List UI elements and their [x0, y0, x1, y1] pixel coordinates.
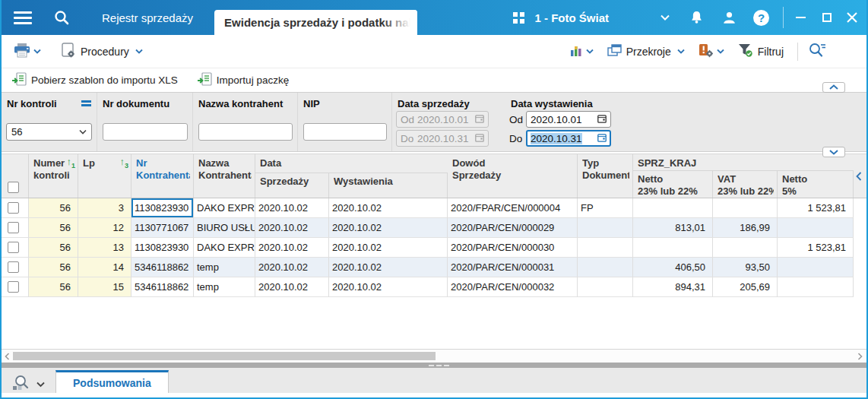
cell-dowod-sprzedazy[interactable]: 2020/FPAR/CEN/000004: [448, 198, 578, 218]
procedury-button[interactable]: Procedury: [61, 43, 143, 61]
nazwa-kontrahenta-input[interactable]: [198, 123, 293, 141]
column-header-sprz-kraj[interactable]: SPRZ_KRAJ: [633, 154, 854, 171]
column-header-numer-kontroli[interactable]: Numer kontroli ↑1: [29, 154, 78, 198]
column-header-nazwa-kontrahenta[interactable]: Nazwa Kontrahenta: [194, 154, 255, 198]
cell-numer-kontroli[interactable]: 56: [29, 218, 78, 238]
cell-vat-23[interactable]: 205,69: [713, 277, 778, 297]
row-checkbox[interactable]: [8, 242, 19, 253]
data-wystawienia-do-input[interactable]: 2020.10.31: [526, 130, 611, 147]
cell-nazwa-kontrahenta[interactable]: temp: [194, 277, 255, 297]
cell-numer-kontroli[interactable]: 56: [29, 198, 78, 218]
column-header-vat-23[interactable]: VAT 23% lub 22%: [713, 171, 778, 198]
calendar-icon[interactable]: [597, 114, 607, 125]
column-header-netto-23[interactable]: Netto 23% lub 22%: [633, 171, 713, 198]
scrollbar-thumb[interactable]: [13, 352, 436, 360]
row-checkbox[interactable]: [8, 281, 19, 293]
equals-icon[interactable]: [81, 99, 91, 109]
collapse-side-panel-button[interactable]: [854, 154, 863, 198]
column-header-dowod-sprzedazy[interactable]: Dowód Sprzedaży: [448, 154, 578, 198]
nip-input[interactable]: [303, 123, 387, 141]
nr-kontroli-select[interactable]: 56: [6, 123, 92, 141]
cell-vat-23[interactable]: [713, 198, 778, 218]
apps-grid-icon[interactable]: [513, 12, 524, 24]
company-selector[interactable]: 1 - Foto Świat: [535, 11, 610, 24]
table-row[interactable]: 56131130823930DAKO EXPRES2020.10.022020.…: [2, 238, 866, 258]
cell-netto-23[interactable]: [633, 198, 713, 218]
calendar-icon[interactable]: [597, 133, 607, 144]
cell-numer-kontroli[interactable]: 56: [29, 277, 78, 297]
column-header-lp[interactable]: Lp ↑3: [78, 154, 131, 198]
table-row[interactable]: 56145346118862temp2020.10.022020.10.0220…: [2, 258, 866, 277]
cell-netto-23[interactable]: 813,01: [633, 218, 713, 238]
help-icon[interactable]: ?: [753, 10, 769, 26]
chart-chevron-down-icon[interactable]: [586, 49, 594, 54]
select-all-checkbox[interactable]: [8, 182, 19, 193]
przekroje-chevron-down-icon[interactable]: [677, 49, 685, 54]
scroll-left-button[interactable]: [2, 353, 12, 360]
cell-data-sprzedazy[interactable]: 2020.10.02: [255, 198, 329, 218]
column-header-typ-dokumentu[interactable]: Typ Dokumentu: [578, 154, 633, 198]
cell-data-wystawienia[interactable]: 2020.10.02: [329, 277, 448, 297]
operations-chevron-down-icon[interactable]: [717, 49, 724, 54]
cell-nazwa-kontrahenta[interactable]: DAKO EXPRES: [194, 238, 255, 258]
cell-typ-dokumentu[interactable]: [578, 258, 633, 277]
close-button[interactable]: [847, 12, 857, 23]
cell-data-sprzedazy[interactable]: 2020.10.02: [255, 238, 329, 258]
cell-typ-dokumentu[interactable]: FP: [578, 198, 633, 218]
procedury-chevron-down-icon[interactable]: [135, 49, 143, 54]
horizontal-scrollbar[interactable]: [2, 349, 866, 363]
cell-netto-5[interactable]: 1 523,81: [778, 198, 854, 218]
search-icon[interactable]: [53, 9, 70, 26]
cell-nr-kontrahenta[interactable]: 1130771067: [131, 218, 194, 238]
download-xls-template-button[interactable]: Pobierz szablon do importu XLS: [8, 72, 178, 88]
cell-netto-23[interactable]: [633, 238, 713, 258]
table-row[interactable]: 5631130823930DAKO EXPRES2020.10.022020.1…: [2, 198, 866, 218]
cell-netto-5[interactable]: [778, 258, 854, 277]
summary-view-icon[interactable]: [12, 375, 32, 394]
cell-vat-23[interactable]: 186,99: [713, 218, 778, 238]
company-chevron-down-icon[interactable]: [661, 14, 670, 21]
collapse-filter-down-button[interactable]: [822, 147, 845, 157]
row-checkbox[interactable]: [8, 222, 19, 233]
bell-icon[interactable]: [689, 11, 704, 25]
cell-nr-kontrahenta[interactable]: 1130823930: [131, 198, 194, 218]
column-header-nr-kontrahenta[interactable]: Nr Kontrahenta: [131, 154, 194, 198]
row-checkbox[interactable]: [8, 261, 19, 273]
cell-data-sprzedazy[interactable]: 2020.10.02: [255, 218, 329, 238]
cell-netto-5[interactable]: 1 523,81: [778, 238, 854, 258]
scroll-right-button[interactable]: [854, 353, 865, 360]
table-row[interactable]: 56155346118862temp2020.10.022020.10.0220…: [2, 277, 866, 297]
print-chevron-down-icon[interactable]: [33, 49, 41, 54]
cell-nr-kontrahenta[interactable]: 5346118862: [131, 277, 194, 297]
table-row[interactable]: 56121130771067BIURO USŁUG2020.10.022020.…: [2, 218, 866, 238]
user-icon[interactable]: [722, 11, 737, 25]
cell-data-sprzedazy[interactable]: 2020.10.02: [255, 258, 329, 277]
cell-typ-dokumentu[interactable]: [578, 277, 633, 297]
cell-lp[interactable]: 14: [78, 258, 131, 277]
cell-data-wystawienia[interactable]: 2020.10.02: [329, 218, 448, 238]
calendar-icon[interactable]: [475, 114, 484, 125]
data-sprzedazy-od-input[interactable]: Od 2020.10.01: [396, 111, 489, 128]
cell-dowod-sprzedazy[interactable]: 2020/PAR/CEN/000030: [448, 238, 578, 258]
cell-netto-5[interactable]: [778, 218, 854, 238]
summary-chevron-down-icon[interactable]: [36, 382, 45, 388]
filtruj-button[interactable]: Filtruj: [738, 43, 787, 60]
cell-data-wystawienia[interactable]: 2020.10.02: [329, 258, 448, 277]
cell-netto-23[interactable]: 894,31: [633, 277, 713, 297]
column-header-data-sprzedazy[interactable]: Sprzedaży: [255, 173, 329, 198]
cell-nazwa-kontrahenta[interactable]: BIURO USŁUG: [194, 218, 255, 238]
chart-button[interactable]: [570, 44, 594, 59]
cell-dowod-sprzedazy[interactable]: 2020/PAR/CEN/000029: [448, 218, 578, 238]
cell-typ-dokumentu[interactable]: [578, 238, 633, 258]
splitter-handle[interactable]: [2, 363, 866, 368]
print-button[interactable]: [14, 43, 41, 60]
column-header-data-group[interactable]: Data: [255, 154, 448, 173]
calendar-icon[interactable]: [475, 133, 484, 144]
minimize-button[interactable]: [796, 17, 806, 18]
tab-rejestr-sprzedazy[interactable]: Rejestr sprzedaży: [94, 11, 201, 24]
cell-dowod-sprzedazy[interactable]: 2020/PAR/CEN/000032: [448, 277, 578, 297]
column-header-netto-5[interactable]: Netto 5%: [778, 171, 854, 198]
tab-ewidencja-sprzedazy[interactable]: Ewidencja sprzedaży i podatku nale: [214, 10, 417, 35]
collapse-filter-up-button[interactable]: [822, 82, 845, 93]
cell-numer-kontroli[interactable]: 56: [29, 258, 78, 277]
